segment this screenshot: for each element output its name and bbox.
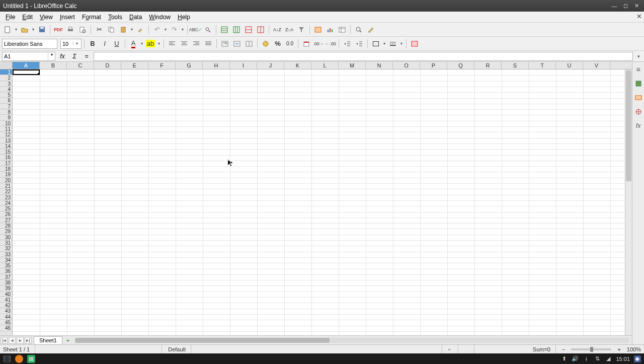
column-header-G[interactable]: G <box>176 62 203 69</box>
paste-dropdown[interactable]: ▾ <box>130 27 134 32</box>
row-header-21[interactable]: 21 <box>0 183 12 189</box>
column-header-I[interactable]: I <box>230 62 257 69</box>
name-box-input[interactable] <box>3 52 48 60</box>
font-size-dropdown[interactable]: ▾ <box>73 41 80 46</box>
export-pdf-button[interactable]: PDF <box>53 24 64 35</box>
row-header-23[interactable]: 23 <box>0 195 12 200</box>
row-header-17[interactable]: 17 <box>0 161 12 166</box>
status-insert-mode[interactable] <box>422 345 442 353</box>
row-header-19[interactable]: 19 <box>0 172 12 177</box>
tray-updates-icon[interactable]: ⬆ <box>560 355 568 362</box>
row-header-26[interactable]: 26 <box>0 211 12 217</box>
sort-desc-button[interactable]: Z↓A <box>284 24 295 35</box>
column-header-C[interactable]: C <box>67 62 94 69</box>
row-header-27[interactable]: 27 <box>0 217 12 223</box>
column-header-B[interactable]: B <box>40 62 67 69</box>
sheet-tab-1[interactable]: Sheet1 <box>34 336 62 344</box>
row-header-45[interactable]: 45 <box>0 320 12 325</box>
tray-network-icon[interactable]: ⇅ <box>594 355 601 362</box>
column-header-J[interactable]: J <box>257 62 284 69</box>
row-header-15[interactable]: 15 <box>0 149 12 155</box>
row-header-35[interactable]: 35 <box>0 263 12 268</box>
row-header-37[interactable]: 37 <box>0 274 12 280</box>
add-sheet-button[interactable]: + <box>64 337 72 344</box>
row-header-13[interactable]: 13 <box>0 138 12 143</box>
copy-button[interactable] <box>106 24 117 35</box>
row-header-14[interactable]: 14 <box>0 143 12 149</box>
horizontal-scroll-thumb[interactable] <box>75 338 330 343</box>
row-header-3[interactable]: 3 <box>0 81 12 87</box>
column-header-T[interactable]: T <box>529 62 556 69</box>
cut-button[interactable]: ✂ <box>94 24 105 35</box>
delete-row-button[interactable] <box>243 24 254 35</box>
menu-file[interactable]: File <box>2 13 19 22</box>
wrap-text-button[interactable] <box>219 38 230 49</box>
sidebar-gallery-button[interactable] <box>634 93 643 102</box>
row-header-7[interactable]: 7 <box>0 104 12 109</box>
row-header-42[interactable]: 42 <box>0 303 12 308</box>
row-header-39[interactable]: 39 <box>0 285 12 291</box>
horizontal-scrollbar[interactable] <box>75 338 629 343</box>
font-color-dropdown[interactable]: ▾ <box>140 41 144 46</box>
undo-dropdown[interactable]: ▾ <box>164 27 168 32</box>
row-header-1[interactable]: 1 <box>0 69 12 75</box>
name-box[interactable]: ▾ <box>2 52 55 61</box>
sidebar-settings-button[interactable]: ≡ <box>634 65 643 74</box>
column-header-R[interactable]: R <box>474 62 502 69</box>
last-sheet-button[interactable]: ▸| <box>25 337 32 344</box>
redo-dropdown[interactable]: ▾ <box>181 27 185 32</box>
delete-column-button[interactable] <box>255 24 266 35</box>
column-header-U[interactable]: U <box>556 62 583 69</box>
row-header-18[interactable]: 18 <box>0 166 12 172</box>
status-sum[interactable]: Sum=0 <box>480 345 556 353</box>
row-header-29[interactable]: 29 <box>0 229 12 234</box>
row-header-38[interactable]: 38 <box>0 280 12 285</box>
font-color-button[interactable]: A <box>128 38 139 49</box>
menu-help[interactable]: Help <box>174 13 194 22</box>
percent-button[interactable]: % <box>272 38 283 49</box>
next-sheet-button[interactable]: ▸ <box>17 337 24 344</box>
borders-dropdown[interactable]: ▾ <box>382 41 386 46</box>
add-decimal-button[interactable]: .00→ <box>313 38 324 49</box>
sort-asc-button[interactable]: A↓Z <box>272 24 283 35</box>
unmerge-cells-button[interactable] <box>244 38 255 49</box>
equals-button[interactable]: = <box>82 52 92 61</box>
column-header-Q[interactable]: Q <box>447 62 474 69</box>
paste-button[interactable] <box>118 24 129 35</box>
open-button[interactable] <box>19 24 30 35</box>
menu-view[interactable]: View <box>36 13 56 22</box>
borders-button[interactable] <box>370 38 381 49</box>
prev-sheet-button[interactable]: ◂ <box>9 337 16 344</box>
row-header-28[interactable]: 28 <box>0 223 12 229</box>
format-paintbrush-button[interactable] <box>135 24 146 35</box>
column-header-N[interactable]: N <box>366 62 393 69</box>
zoom-out-button[interactable]: − <box>562 346 565 352</box>
zoom-slider-knob[interactable] <box>590 347 593 352</box>
conditional-format-button[interactable] <box>409 38 420 49</box>
tray-user-icon[interactable]: ◉ <box>634 355 641 362</box>
number-format-button[interactable]: 0.0 <box>284 38 295 49</box>
column-header-E[interactable]: E <box>121 62 148 69</box>
taskbar-menu-button[interactable]: ⋮⋮ <box>3 355 11 363</box>
column-header-F[interactable]: F <box>148 62 176 69</box>
italic-button[interactable]: I <box>99 38 110 49</box>
redo-button[interactable]: ↷ <box>169 24 180 35</box>
highlight-color-dropdown[interactable]: ▾ <box>157 41 161 46</box>
row-header-24[interactable]: 24 <box>0 200 12 206</box>
row-header-20[interactable]: 20 <box>0 178 12 183</box>
sum-button[interactable]: Σ <box>69 52 79 61</box>
column-header-K[interactable]: K <box>284 62 311 69</box>
tray-bluetooth-icon[interactable]: ᚼ <box>583 355 590 362</box>
align-left-button[interactable] <box>167 38 178 49</box>
window-maximize-button[interactable]: ◻ <box>621 3 630 10</box>
taskbar-app-1[interactable] <box>15 355 23 363</box>
column-header-D[interactable]: D <box>94 62 121 69</box>
close-document-button[interactable]: ✕ <box>636 13 642 20</box>
undo-button[interactable]: ↶ <box>151 24 163 35</box>
spellcheck-button[interactable]: ABC✓ <box>190 24 201 35</box>
column-header-A[interactable]: A <box>13 62 40 69</box>
row-header-12[interactable]: 12 <box>0 132 12 137</box>
row-header-4[interactable]: 4 <box>0 87 12 92</box>
menu-insert[interactable]: Insert <box>56 13 78 22</box>
insert-chart-button[interactable] <box>325 24 336 35</box>
